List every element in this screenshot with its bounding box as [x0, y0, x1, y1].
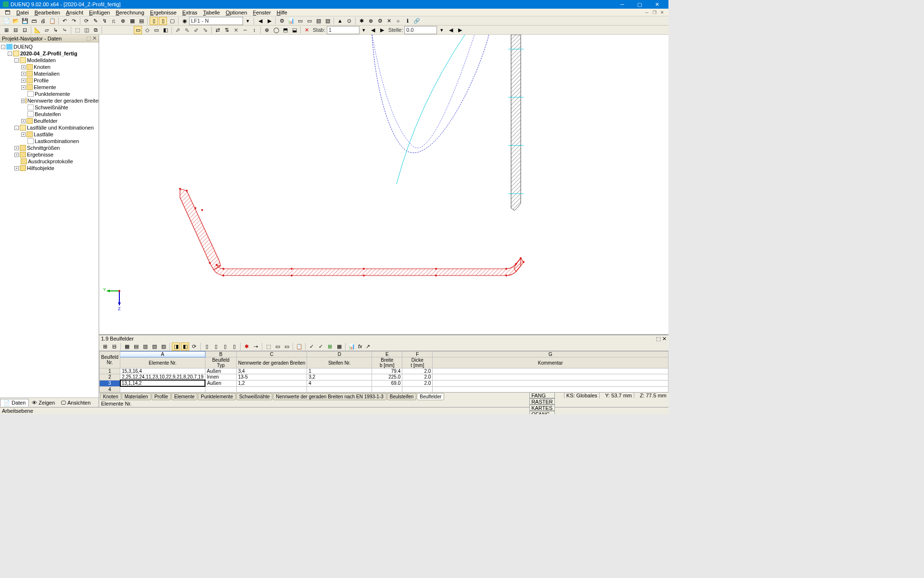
s13[interactable]: ▭ — [152, 26, 160, 34]
bt18[interactable]: ▭ — [273, 342, 282, 351]
save-icon[interactable]: 💾 — [21, 17, 29, 25]
s3[interactable]: ⊡ — [21, 26, 29, 34]
bt20[interactable]: 📋 — [295, 342, 303, 351]
bt13[interactable]: ▯ — [221, 342, 229, 351]
r11[interactable]: ⟐ — [394, 17, 402, 25]
status-toggle-raster[interactable]: RASTER — [529, 398, 555, 405]
t3[interactable]: ↯ — [101, 17, 109, 25]
row-header[interactable]: 4 — [100, 386, 120, 392]
tree-item[interactable]: Modelldaten — [27, 57, 56, 64]
t7[interactable]: ▤ — [137, 17, 145, 25]
cell[interactable]: 3,2 — [307, 374, 372, 381]
t5[interactable]: ⊕ — [119, 17, 127, 25]
bt3[interactable]: ▦ — [123, 342, 131, 351]
nav-pin-icon[interactable]: ⬚ — [86, 35, 91, 41]
new-icon[interactable]: 📄 — [2, 17, 11, 25]
tree-item[interactable]: Ausdruckprotokolle — [28, 158, 73, 165]
bt1[interactable]: ⊞ — [101, 342, 109, 351]
s25[interactable]: ◯ — [272, 26, 280, 34]
expand-icon[interactable]: + — [14, 166, 19, 171]
t1[interactable]: ⟳ — [82, 17, 90, 25]
bt10[interactable]: ⟳ — [190, 342, 198, 351]
expand-icon[interactable]: + — [21, 85, 26, 90]
cell[interactable]: 2.0 — [402, 380, 433, 386]
row-header[interactable]: 2 — [100, 374, 120, 381]
table-close-icon[interactable]: ✕ — [662, 336, 667, 342]
gear-icon[interactable]: ⚙ — [376, 17, 384, 25]
data-grid[interactable]: BeulfeldNr.ABCDEFG Elemente Nr.BeulfeldT… — [99, 351, 668, 393]
bt22[interactable]: ✓ — [317, 342, 325, 351]
cell[interactable] — [433, 368, 668, 374]
bt15[interactable]: ✱ — [243, 342, 251, 351]
s23[interactable]: ↕ — [250, 26, 258, 34]
stelle-prev-icon[interactable]: ◀ — [447, 26, 455, 34]
viewport[interactable]: Y Z — [99, 35, 668, 335]
tree-item[interactable]: Profile — [34, 77, 49, 84]
s20[interactable]: ⇅ — [223, 26, 231, 34]
t4[interactable]: ⎌ — [110, 17, 118, 25]
table-tab[interactable]: Beulfelder — [417, 393, 444, 400]
cell[interactable]: 1 — [307, 368, 372, 374]
cell[interactable]: 2,25,12,24,11,23,10,22,9,21,8,20,7,19 — [120, 374, 205, 381]
help-icon[interactable]: ℹ — [403, 17, 411, 25]
tree-item[interactable]: Hilfsobjekte — [27, 165, 54, 171]
expand-icon[interactable]: - — [14, 126, 19, 130]
run-icon[interactable]: ⚙ — [278, 17, 286, 25]
menu-fenster[interactable]: Fenster — [250, 9, 274, 16]
redo-icon[interactable]: ↷ — [70, 17, 78, 25]
bt9[interactable]: ◧ — [181, 342, 189, 351]
cell[interactable]: 2.0 — [402, 368, 433, 374]
table-tab[interactable]: Nennwerte der geraden Breiten nach EN 19… — [273, 393, 386, 400]
s22[interactable]: ↔ — [241, 26, 249, 34]
expand-icon[interactable]: - — [14, 58, 19, 63]
delete-icon[interactable]: ✕ — [303, 26, 311, 34]
menu-hilfe[interactable]: Hilfe — [274, 9, 290, 16]
s5[interactable]: ▱ — [42, 26, 51, 34]
cell[interactable] — [433, 380, 668, 386]
nav-toggle-icon[interactable]: ▯ — [150, 17, 158, 25]
nav-tab-zeigen[interactable]: 👁Zeigen — [29, 399, 58, 406]
s8[interactable]: ⬚ — [73, 26, 81, 34]
stelle-input[interactable] — [404, 26, 437, 34]
bt5[interactable]: ▥ — [141, 342, 149, 351]
menu-berechnung[interactable]: Berechnung — [113, 9, 147, 16]
r12[interactable]: 🔗 — [412, 17, 421, 25]
undo-icon[interactable]: ↶ — [61, 17, 69, 25]
s7[interactable]: ⤷ — [61, 26, 69, 34]
expand-icon[interactable]: + — [21, 132, 26, 137]
close-button[interactable]: ✕ — [648, 0, 666, 9]
s14[interactable]: ◧ — [161, 26, 169, 34]
s21[interactable]: ⤬ — [232, 26, 240, 34]
print-icon[interactable]: 🖨 — [39, 17, 47, 25]
open-icon[interactable]: 📂 — [12, 17, 20, 25]
tree-item[interactable]: Nennwerte der geraden Breiten — [27, 97, 99, 104]
tree-item[interactable]: Elemente — [34, 84, 56, 91]
menu-einfügen[interactable]: Einfügen — [86, 9, 113, 16]
cell[interactable] — [372, 386, 402, 392]
s19[interactable]: ⇄ — [214, 26, 222, 34]
stelle-next-icon[interactable]: ▶ — [456, 26, 464, 34]
t2[interactable]: ✎ — [91, 17, 100, 25]
bt19[interactable]: ▭ — [282, 342, 291, 351]
cell[interactable]: 69.0 — [372, 380, 402, 386]
stab-prev-icon[interactable]: ◀ — [369, 26, 377, 34]
grid-toggle-icon[interactable]: ▯ — [159, 17, 167, 25]
s12[interactable]: ◇ — [143, 26, 151, 34]
r6[interactable]: ▲ — [336, 17, 344, 25]
table-tab[interactable]: Elemente — [171, 393, 197, 400]
lc-prev-icon[interactable]: ◀ — [256, 17, 264, 25]
status-toggle-ofang[interactable]: OFANG — [529, 411, 555, 414]
cell[interactable]: Außen — [205, 368, 236, 374]
expand-icon[interactable]: + — [14, 146, 19, 150]
expand-icon[interactable]: + — [21, 99, 25, 103]
stab-next-icon[interactable]: ▶ — [378, 26, 386, 34]
r2[interactable]: ▭ — [296, 17, 304, 25]
nav-tree[interactable]: -DUENQ -2020-04_Z-Profil_fertig -Modelld… — [0, 42, 99, 397]
s11[interactable]: ▭ — [134, 26, 142, 34]
row-header[interactable]: 1 — [100, 368, 120, 374]
menu-ansicht[interactable]: Ansicht — [63, 9, 86, 16]
bt11[interactable]: ▯ — [203, 342, 211, 351]
cell[interactable] — [433, 374, 668, 381]
cell[interactable]: 13,1,14,2 — [120, 380, 205, 386]
bt2[interactable]: ⊟ — [110, 342, 118, 351]
